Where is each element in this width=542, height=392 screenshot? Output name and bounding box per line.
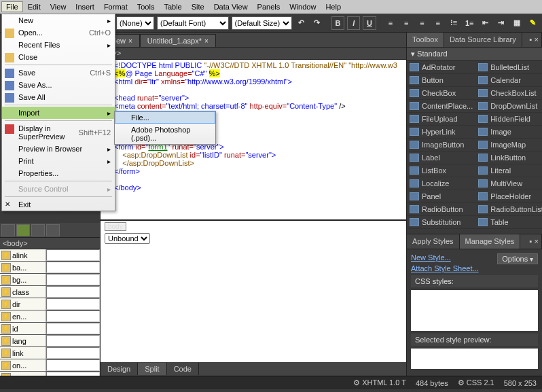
borders-icon[interactable]: ▦ [510,16,523,30]
menu-item-save-as-[interactable]: Save As... [2,79,115,91]
prop-row[interactable]: ⚡alink [0,249,100,262]
menu-item-exit[interactable]: Exit✕ [2,198,115,211]
design-surface[interactable]: body Unbound [101,219,406,362]
align-left-icon[interactable]: ≡ [384,16,397,30]
italic-icon[interactable]: I [347,16,360,30]
prop-events-icon[interactable] [31,224,45,236]
view-tab-split[interactable]: Split [138,363,166,375]
tool-image[interactable]: Image [475,126,542,139]
menu-item-preview-in-browser[interactable]: Preview in Browser [2,143,115,155]
close-icon[interactable]: × [204,37,209,45]
prop-pages-icon[interactable] [46,224,60,236]
tool-hyperlink[interactable]: HyperLink [407,126,475,139]
menu-item-display-in-superpreview[interactable]: Display in SuperPreviewShift+F12 [2,122,115,143]
tool-radiobuttonlist[interactable]: RadioButtonList [475,203,542,216]
menu-view[interactable]: View [46,1,71,12]
panel-close-icon[interactable]: ▪ × [527,234,542,249]
tool-substitution[interactable]: Substitution [407,216,475,229]
menu-insert[interactable]: Insert [71,1,99,12]
menu-file[interactable]: File [1,1,23,12]
menu-edit[interactable]: Edit [23,1,46,12]
tool-contentplace[interactable]: ContentPlace... [407,100,475,113]
highlight-icon[interactable]: ✎ [526,16,539,30]
menu-item-save[interactable]: SaveCtrl+S [2,67,115,79]
menu-item-source-control[interactable]: Source Control [2,183,115,195]
tag-crumb[interactable]: ody> [101,48,406,60]
menu-panels[interactable]: Panels [253,1,285,12]
undo-icon[interactable]: ↶ [295,16,308,30]
menu-item-save-all[interactable]: Save All [2,91,115,103]
css-styles-list[interactable] [411,290,538,331]
justify-icon[interactable]: ≡ [431,16,444,30]
prop-row[interactable]: ⚡class [0,286,100,298]
menu-window[interactable]: Window [285,1,321,12]
style-combo[interactable]: (None) [116,16,154,30]
options-button[interactable]: Options ▾ [497,253,538,264]
tool-table[interactable]: Table [475,216,542,229]
view-tab-code[interactable]: Code [167,363,199,375]
tool-button[interactable]: Button [407,74,475,87]
tool-literal[interactable]: Literal [475,164,542,177]
redo-icon[interactable]: ↷ [310,16,323,30]
design-tag-label[interactable]: body [105,222,126,231]
tool-radiobutton[interactable]: RadioButton [407,203,475,216]
tool-imagebutton[interactable]: ImageButton [407,139,475,152]
panel-close-icon[interactable]: ▪ × [527,33,542,47]
menu-site[interactable]: Site [187,1,209,12]
prop-row[interactable]: ⚡bg... [0,274,100,286]
tool-bulletedlist[interactable]: BulletedList [475,61,542,74]
prop-categorized-icon[interactable] [1,224,15,236]
prop-row[interactable]: ⚡on... [0,359,100,372]
tool-linkbutton[interactable]: LinkButton [475,152,542,164]
prop-row[interactable]: ⚡on... [0,372,100,376]
indent-icon[interactable]: ⇥ [494,16,507,30]
menu-help[interactable]: Help [321,1,346,12]
menu-item-new[interactable]: New [2,14,115,26]
tool-listbox[interactable]: ListBox [407,164,475,177]
font-combo[interactable]: (Default Font) [157,16,229,30]
panel-tab-data-source-library[interactable]: Data Source Library [444,33,522,47]
tool-hiddenfield[interactable]: HiddenField [475,113,542,126]
tool-dropdownlist[interactable]: DropDownList [475,100,542,113]
attach-style-link[interactable]: Attach Style Sheet... [411,264,538,272]
prop-row[interactable]: ⚡lang [0,335,100,347]
submenu-file-[interactable]: File... [115,111,215,124]
design-dropdown[interactable]: Unbound [105,233,150,244]
tool-checkboxlist[interactable]: CheckBoxList [475,87,542,100]
status-css[interactable]: ⚙ CSS 2.1 [458,378,494,387]
tool-adrotator[interactable]: AdRotator [407,61,475,74]
panel-tab-toolbox[interactable]: Toolbox [407,33,444,47]
bold-icon[interactable]: B [331,16,344,30]
prop-row[interactable]: ⚡dir [0,298,100,310]
menu-item-recent-files[interactable]: Recent Files [2,39,115,51]
menu-item-import[interactable]: Import [2,107,115,119]
tool-label[interactable]: Label [407,152,475,164]
menu-item-open-[interactable]: Open...Ctrl+O [2,26,115,39]
tool-imagemap[interactable]: ImageMap [475,139,542,152]
tool-calendar[interactable]: Calendar [475,74,542,87]
style-tab-manage-styles[interactable]: Manage Styles [460,234,521,249]
menu-data-view[interactable]: Data View [209,1,253,12]
tool-placeholder[interactable]: PlaceHolder [475,190,542,203]
menu-item-print[interactable]: Print [2,155,115,167]
menu-format[interactable]: Format [99,1,132,12]
property-grid[interactable]: ⚡alink⚡ba...⚡bg...⚡class⚡dir⚡en...⚡id⚡la… [0,249,100,376]
tool-panel[interactable]: Panel [407,190,475,203]
bullets-icon[interactable]: ⁝≡ [447,16,460,30]
underline-icon[interactable]: U [363,16,376,30]
outdent-icon[interactable]: ⇤ [479,16,492,30]
tool-localize[interactable]: Localize [407,177,475,190]
menu-table[interactable]: Table [159,1,186,12]
prop-row[interactable]: ⚡ba... [0,262,100,274]
tool-fileupload[interactable]: FileUpload [407,113,475,126]
numbered-icon[interactable]: 1≡ [463,16,476,30]
size-combo[interactable]: (Default Size) [232,16,292,30]
submenu-adobe-photoshop-psd-[interactable]: Adobe Photoshop (.psd)... [115,124,215,144]
tool-multiview[interactable]: MultiView [475,177,542,190]
prop-alpha-icon[interactable] [16,224,30,236]
menu-item-properties-[interactable]: Properties... [2,167,115,179]
align-center-icon[interactable]: ≡ [400,16,413,30]
close-icon[interactable]: × [128,37,132,45]
style-tab-apply-styles[interactable]: Apply Styles [407,234,460,249]
prop-row[interactable]: ⚡id [0,323,100,335]
